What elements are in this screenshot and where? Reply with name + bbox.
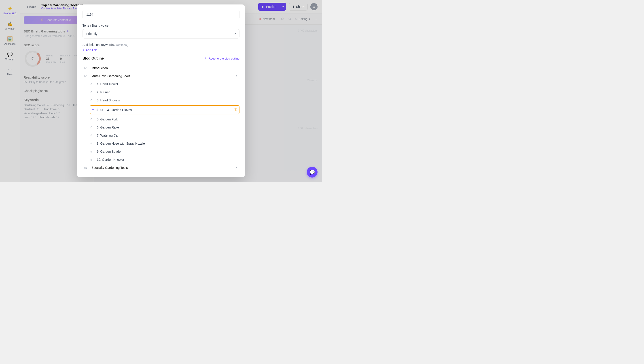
h3-badge-garden-fork: h3 [90, 118, 95, 121]
word-count-input[interactable] [82, 10, 240, 19]
info-icon[interactable]: ⓘ [234, 107, 237, 112]
garden-gloves-input[interactable] [107, 108, 232, 112]
outline-item-text-head-shovels: 3. Head Shovels [97, 98, 238, 102]
h3-badge-pruner: h3 [90, 91, 95, 94]
outline-item-introduction: h2 Introduction [82, 64, 240, 72]
outline-item-text-pruner: 2. Pruner [97, 90, 238, 94]
regenerate-label: Regenerate blog outline [209, 57, 240, 60]
outline-item-text-watering-can: 7. Watering Can [97, 134, 238, 137]
outline-item-head-shovels: h3 3. Head Shovels [82, 96, 240, 104]
outline-item-text-introduction: Introduction [92, 66, 238, 70]
collapse-specialty-icon[interactable]: ∧ [236, 166, 238, 169]
add-link-button[interactable]: + Add link [82, 48, 97, 52]
outline-item-text-garden-hose: 8. Garden Hose with Spray Nozzle [97, 142, 238, 145]
h3-badge-garden-spade: h3 [90, 150, 95, 153]
outline-section-must-have: h2 Must-Have Gardening Tools ∧ [82, 72, 240, 80]
outline-item-text-garden-kneeler: 10. Garden Kneeler [97, 158, 238, 161]
outline-title: Blog Outline [82, 56, 104, 60]
generate-content-modal: Tone / Brand voice Friendly Professional… [77, 5, 245, 177]
active-item-inner: + ⠿ h3 ⓘ [92, 107, 237, 112]
outline-item-active-wrapper: + ⠿ h3 ⓘ [82, 105, 240, 114]
outline-item-text-garden-rake: 6. Garden Rake [97, 126, 238, 129]
outline-section-title-specialty: Specialty Gardening Tools [92, 166, 128, 169]
add-link-label: Add link [86, 48, 97, 52]
h3-badge-garden-rake: h3 [90, 126, 95, 129]
h3-badge-garden-hose: h3 [90, 142, 95, 145]
arrow-annotation [77, 103, 80, 117]
outline-item-garden-rake: h3 6. Garden Rake [82, 123, 240, 131]
blog-outline-section: Blog Outline ↻ Regenerate blog outline h… [82, 56, 240, 172]
h3-badge-hand-trowel: h3 [90, 83, 95, 86]
outline-item-hand-trowel: h3 1. Hand Trowel [82, 80, 240, 88]
add-link-plus-icon: + [82, 48, 84, 52]
outline-header: Blog Outline ↻ Regenerate blog outline [82, 56, 240, 60]
outline-item-garden-hose: h3 8. Garden Hose with Spray Nozzle [82, 139, 240, 147]
collapse-must-have-icon[interactable]: ∧ [236, 74, 238, 78]
outline-item-watering-can: h3 7. Watering Can [82, 131, 240, 139]
outline-section-specialty: h2 Specialty Gardening Tools ∧ [82, 164, 240, 172]
outline-section-title-must-have: Must-Have Gardening Tools [92, 74, 130, 78]
drag-handle[interactable]: ⠿ [96, 108, 98, 112]
outline-item-garden-gloves-active: + ⠿ h3 ⓘ [90, 105, 240, 114]
outline-item-pruner: h3 2. Pruner [82, 88, 240, 96]
tone-select[interactable]: Friendly Professional Casual Formal Witt… [82, 29, 240, 39]
modal-overlay: Tone / Brand voice Friendly Professional… [0, 0, 322, 182]
links-label: Add links on keywords? (optional) [82, 43, 240, 47]
h3-badge-garden-gloves: h3 [100, 109, 106, 111]
links-field: Add links on keywords? (optional) + Add … [82, 43, 240, 52]
tone-field: Tone / Brand voice Friendly Professional… [82, 24, 240, 39]
outline-item-text-hand-trowel: 1. Hand Trowel [97, 82, 238, 86]
h3-badge-garden-kneeler: h3 [90, 158, 95, 161]
outline-item-text-garden-fork: 5. Garden Fork [97, 117, 238, 121]
outline-item-text-garden-spade: 9. Garden Spade [97, 150, 238, 153]
outline-section-left-specialty: h2 Specialty Gardening Tools [84, 166, 128, 169]
h3-badge-head-shovels: h3 [90, 99, 95, 102]
chat-icon: 💬 [310, 169, 315, 175]
tone-label: Tone / Brand voice [82, 24, 240, 27]
h3-badge-watering-can: h3 [90, 134, 95, 137]
refresh-icon: ↻ [205, 57, 207, 60]
outline-section-left: h2 Must-Have Gardening Tools [84, 74, 130, 78]
outline-item-garden-kneeler: h3 10. Garden Kneeler [82, 155, 240, 164]
h2-badge-specialty: h2 [84, 166, 90, 169]
outline-item-garden-spade: h3 9. Garden Spade [82, 147, 240, 155]
add-item-button[interactable]: + [92, 107, 94, 112]
regenerate-outline-button[interactable]: ↻ Regenerate blog outline [205, 57, 240, 60]
chat-widget[interactable]: 💬 [307, 167, 318, 177]
outline-item-garden-fork: h3 5. Garden Fork [82, 115, 240, 123]
h2-badge-must-have: h2 [84, 75, 90, 77]
h2-badge: h2 [84, 67, 90, 69]
word-count-field [82, 10, 240, 19]
